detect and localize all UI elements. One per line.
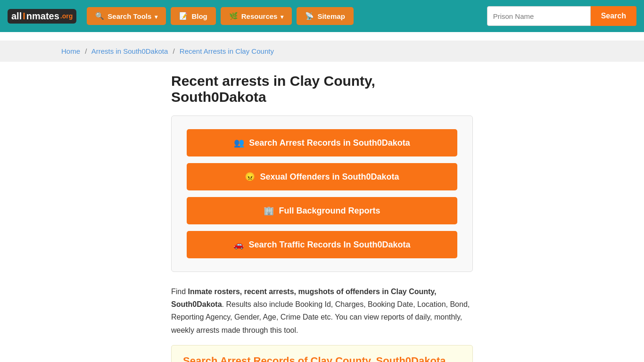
- prison-name-input[interactable]: [487, 6, 591, 26]
- resources-icon: [229, 12, 238, 20]
- search-traffic-records-button[interactable]: Search Traffic Records In South0Dakota: [187, 231, 457, 258]
- chevron-down-icon-2: [281, 12, 283, 20]
- breadcrumb-bar: Home / Arrests in South0Dakota / Recent …: [0, 41, 644, 62]
- logo[interactable]: all I nmates .org: [8, 9, 76, 24]
- blog-icon: [179, 12, 188, 20]
- main-content: Recent arrests in Clay County, South0Dak…: [110, 62, 534, 362]
- building-icon: [264, 206, 274, 216]
- breadcrumb-current: Recent Arrests in Clay County: [180, 47, 274, 55]
- sitemap-icon: [305, 12, 314, 20]
- breadcrumb-home[interactable]: Home: [61, 47, 80, 55]
- car-icon: [233, 239, 244, 250]
- page-title: Recent arrests in Clay County, South0Dak…: [171, 73, 473, 105]
- chevron-down-icon: [155, 12, 157, 20]
- resources-button[interactable]: Resources: [221, 7, 292, 25]
- search-arrest-records-button[interactable]: Search Arrest Records in South0Dakota: [187, 129, 457, 156]
- search-tools-button[interactable]: Search Tools: [87, 7, 166, 25]
- users-icon: [234, 138, 244, 148]
- breadcrumb-sep-2: /: [173, 47, 174, 55]
- breadcrumb-sep-1: /: [85, 47, 87, 55]
- sitemap-button[interactable]: Sitemap: [297, 7, 353, 25]
- full-background-reports-button[interactable]: Full Background Reports: [187, 197, 457, 224]
- sexual-offenders-button[interactable]: Sexual Offenders in South0Dakota: [187, 163, 457, 190]
- prison-search-area: Search: [487, 6, 636, 26]
- search-section-box: Search Arrest Records of Clay County, So…: [171, 345, 473, 362]
- logo-all-text: all: [11, 11, 22, 22]
- breadcrumb: Home / Arrests in South0Dakota / Recent …: [61, 47, 583, 55]
- logo-i-text: I: [23, 11, 25, 22]
- navbar: all I nmates .org Search Tools Blog Reso…: [0, 0, 644, 32]
- prison-search-button[interactable]: Search: [591, 6, 636, 26]
- logo-nmates-text: nmates: [26, 11, 59, 22]
- search-tools-icon: [95, 12, 104, 20]
- breadcrumb-arrests[interactable]: Arrests in South0Dakota: [91, 47, 168, 55]
- search-section-title: Search Arrest Records of Clay County, So…: [183, 355, 461, 362]
- logo-org-text: .org: [60, 12, 73, 20]
- description-text: Find Inmate rosters, recent arrests, mug…: [171, 285, 473, 337]
- blog-button[interactable]: Blog: [171, 7, 215, 25]
- offender-icon: [245, 172, 255, 182]
- action-card: Search Arrest Records in South0Dakota Se…: [171, 115, 473, 272]
